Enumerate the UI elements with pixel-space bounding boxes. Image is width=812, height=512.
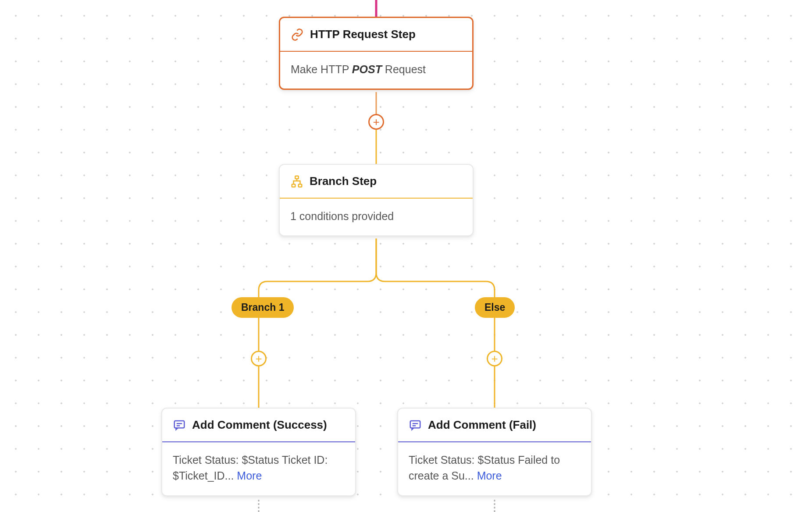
connector-stub bbox=[258, 500, 260, 512]
connector-line bbox=[494, 366, 495, 409]
branch-label-else[interactable]: Else bbox=[475, 297, 515, 318]
connector-line bbox=[375, 92, 377, 115]
svg-rect-3 bbox=[295, 176, 299, 178]
plus-icon: + bbox=[373, 116, 379, 128]
more-link[interactable]: More bbox=[237, 469, 262, 482]
svg-rect-10 bbox=[175, 421, 185, 428]
plus-icon: + bbox=[255, 353, 262, 364]
connector-line bbox=[258, 317, 260, 352]
add-step-button[interactable]: + bbox=[368, 114, 384, 130]
branch-label-branch1[interactable]: Branch 1 bbox=[231, 297, 294, 318]
node-title: Branch Step bbox=[310, 174, 377, 188]
add-step-button-else[interactable]: + bbox=[487, 351, 502, 366]
add-step-button-branch1[interactable]: + bbox=[251, 351, 267, 366]
node-header: Branch Step bbox=[280, 165, 473, 199]
http-method: POST bbox=[352, 63, 382, 75]
link-icon bbox=[291, 28, 304, 41]
workflow-canvas[interactable]: HTTP Request Step Make HTTP POST Request… bbox=[0, 0, 812, 512]
node-body: 1 conditions provided bbox=[280, 199, 473, 235]
node-body: Ticket Status: $Status Ticket ID: $Ticke… bbox=[162, 442, 355, 495]
add-comment-success-node[interactable]: Add Comment (Success) Ticket Status: $St… bbox=[161, 408, 356, 496]
body-text: Make HTTP bbox=[291, 63, 352, 75]
svg-rect-4 bbox=[292, 184, 296, 187]
node-header: Add Comment (Fail) bbox=[398, 409, 591, 442]
connector-line bbox=[375, 0, 378, 18]
sitemap-icon bbox=[290, 175, 303, 188]
comment-icon bbox=[409, 419, 422, 432]
node-header: HTTP Request Step bbox=[280, 18, 472, 52]
plus-icon: + bbox=[491, 353, 498, 364]
branch-step-node[interactable]: Branch Step 1 conditions provided bbox=[279, 164, 474, 236]
comment-icon bbox=[173, 419, 186, 432]
body-text: Request bbox=[382, 63, 426, 75]
pill-text: Branch 1 bbox=[241, 302, 284, 313]
more-link[interactable]: More bbox=[477, 469, 502, 482]
http-request-step-node[interactable]: HTTP Request Step Make HTTP POST Request bbox=[279, 17, 474, 90]
svg-rect-5 bbox=[299, 184, 302, 187]
branch-split-connector bbox=[250, 238, 504, 300]
node-header: Add Comment (Success) bbox=[162, 409, 355, 442]
connector-stub bbox=[494, 500, 495, 512]
svg-rect-11 bbox=[410, 421, 420, 428]
node-title: Add Comment (Fail) bbox=[428, 418, 536, 432]
connector-line bbox=[494, 317, 495, 352]
body-text: 1 conditions provided bbox=[290, 210, 394, 222]
connector-line bbox=[258, 366, 260, 409]
pill-text: Else bbox=[484, 302, 505, 313]
node-title: Add Comment (Success) bbox=[192, 418, 327, 432]
node-body: Ticket Status: $Status Failed to create … bbox=[398, 442, 591, 495]
node-title: HTTP Request Step bbox=[310, 28, 416, 41]
connector-line bbox=[375, 130, 377, 164]
add-comment-fail-node[interactable]: Add Comment (Fail) Ticket Status: $Statu… bbox=[397, 408, 592, 496]
node-body: Make HTTP POST Request bbox=[280, 52, 472, 89]
